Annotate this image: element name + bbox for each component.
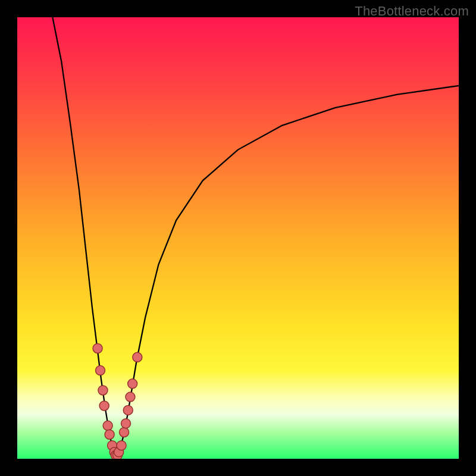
highlight-dot bbox=[123, 405, 133, 415]
highlight-dot bbox=[128, 379, 137, 389]
highlight-dot bbox=[93, 344, 102, 353]
highlight-dot bbox=[103, 421, 112, 430]
highlight-dot bbox=[121, 419, 131, 428]
chart-svg bbox=[17, 17, 459, 459]
chart-frame: TheBottleneck.com bbox=[0, 0, 476, 476]
watermark-text: TheBottleneck.com bbox=[355, 4, 469, 19]
highlight-dot bbox=[98, 386, 108, 395]
curve-right-branch bbox=[117, 86, 459, 456]
highlight-dot bbox=[120, 427, 129, 437]
highlight-dot bbox=[99, 401, 109, 411]
highlight-dot bbox=[126, 392, 135, 402]
highlight-dots bbox=[93, 344, 142, 459]
highlight-dot bbox=[133, 352, 142, 362]
highlight-dot bbox=[105, 430, 114, 439]
highlight-dot bbox=[96, 366, 105, 375]
highlight-dot bbox=[117, 441, 126, 450]
